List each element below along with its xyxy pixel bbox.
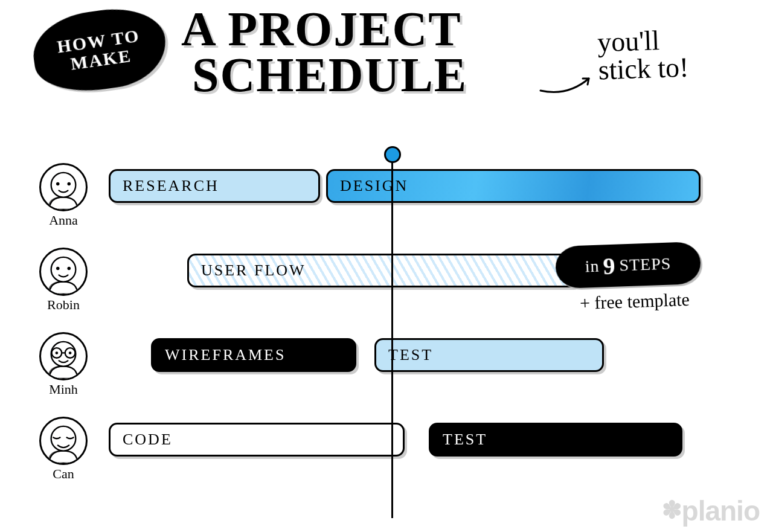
avatar-icon bbox=[39, 248, 88, 296]
task-bar: CODE bbox=[109, 423, 405, 457]
svg-point-14 bbox=[69, 351, 72, 354]
avatar-name: Can bbox=[30, 466, 97, 482]
task-bar: USER FLOW bbox=[187, 254, 580, 287]
bar-track: RESEARCHDESIGN bbox=[109, 169, 731, 203]
timeline-marker-dot bbox=[384, 146, 401, 163]
task-bar: TEST bbox=[429, 423, 682, 457]
svg-point-1 bbox=[51, 173, 76, 197]
avatar-name: Robin bbox=[30, 297, 97, 313]
arrow-icon bbox=[537, 72, 598, 97]
task-bar: DESIGN bbox=[326, 169, 701, 203]
avatar-wrap: Minh bbox=[30, 332, 97, 397]
avatar-icon bbox=[39, 163, 88, 211]
gantt-chart: AnnaRESEARCHDESIGN RobinUSER FLOW MinhWI… bbox=[30, 163, 731, 501]
howto-badge: HOW TO MAKE bbox=[28, 2, 171, 98]
svg-point-6 bbox=[56, 267, 60, 271]
tagline: you'll stick to! bbox=[597, 25, 689, 84]
svg-point-5 bbox=[51, 257, 76, 282]
title-line1: A PROJECT bbox=[181, 6, 467, 52]
svg-point-2 bbox=[56, 182, 60, 186]
avatar-name: Minh bbox=[30, 382, 97, 397]
timeline-marker-line bbox=[391, 162, 393, 518]
avatar-name: Anna bbox=[30, 213, 97, 228]
watermark-text: planio bbox=[682, 495, 760, 527]
main-title: A PROJECT SCHEDULE bbox=[181, 6, 467, 98]
task-bar: WIREFRAMES bbox=[151, 338, 356, 372]
avatar-wrap: Anna bbox=[30, 163, 97, 228]
avatar-icon bbox=[39, 332, 88, 380]
gantt-row: CanCODETEST bbox=[30, 417, 731, 483]
svg-point-3 bbox=[67, 182, 71, 186]
avatar-icon bbox=[39, 417, 88, 465]
asterisk-icon: ✽ bbox=[662, 496, 682, 523]
avatar-wrap: Robin bbox=[30, 248, 97, 313]
avatar-wrap: Can bbox=[30, 417, 97, 482]
gantt-row: AnnaRESEARCHDESIGN bbox=[30, 163, 731, 229]
steps-suffix: STEPS bbox=[619, 254, 672, 275]
steps-number: 9 bbox=[603, 251, 617, 280]
gantt-row: MinhWIREFRAMESTEST bbox=[30, 332, 731, 399]
steps-prefix: in bbox=[585, 257, 600, 277]
svg-point-13 bbox=[56, 351, 59, 354]
planio-watermark: ✽planio bbox=[662, 495, 760, 527]
diagram-canvas: HOW TO MAKE A PROJECT SCHEDULE you'll st… bbox=[0, 0, 773, 532]
bar-track: CODETEST bbox=[109, 423, 731, 457]
free-template-note: + free template bbox=[579, 289, 690, 313]
steps-badge: in 9 STEPS bbox=[555, 242, 701, 289]
bar-track: WIREFRAMESTEST bbox=[109, 338, 731, 372]
title-line2: SCHEDULE bbox=[192, 52, 467, 98]
task-bar: RESEARCH bbox=[109, 169, 320, 203]
tagline-line2: stick to! bbox=[598, 53, 689, 84]
task-bar: TEST bbox=[374, 338, 604, 372]
svg-point-7 bbox=[67, 267, 71, 271]
